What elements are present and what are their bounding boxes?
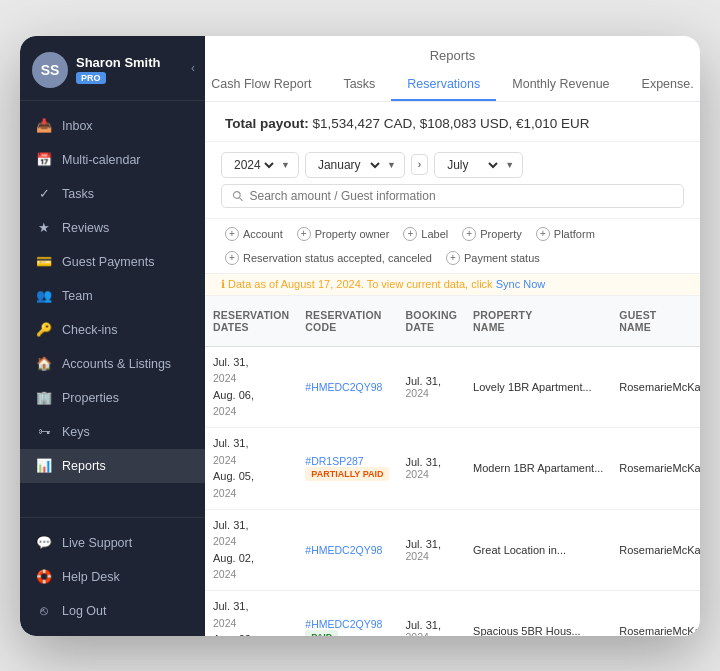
sidebar-label-properties: Properties: [62, 391, 119, 405]
sidebar-item-tasks[interactable]: ✓ Tasks: [20, 177, 205, 211]
sidebar-label-log-out: Log Out: [62, 604, 106, 618]
user-profile[interactable]: SS Sharon Smith PRO ‹: [20, 36, 205, 101]
chip-label[interactable]: + Label: [399, 225, 452, 243]
month-to-filter[interactable]: July August ▼: [434, 152, 523, 178]
col-reservation-dates: RESERVATIONDATES: [205, 296, 297, 347]
total-payout: Total payout: $1,534,427 CAD, $108,083 U…: [205, 102, 700, 142]
avatar: SS: [32, 52, 68, 88]
cell-property: Spacious 5BR Hous...: [465, 591, 611, 636]
svg-line-1: [240, 197, 243, 200]
sidebar-label-check-ins: Check-ins: [62, 323, 118, 337]
table-row: Jul. 31, 2024 Aug. 02, 2024 #HMEDC2QY98P…: [205, 591, 700, 636]
prev-period-button[interactable]: ›: [411, 154, 428, 175]
tab-expenses[interactable]: Expense.: [626, 69, 700, 101]
sidebar-item-team[interactable]: 👥 Team: [20, 279, 205, 313]
cell-guest: RosemarieMcKay: [611, 509, 700, 591]
collapse-icon[interactable]: ‹: [191, 61, 195, 75]
month-to-select[interactable]: July August: [443, 157, 501, 173]
sidebar-item-properties[interactable]: 🏢 Properties: [20, 381, 205, 415]
chip-property[interactable]: + Property: [458, 225, 526, 243]
sidebar-item-check-ins[interactable]: 🔑 Check-ins: [20, 313, 205, 347]
cell-res-dates: Jul. 31, 2024 Aug. 02, 2024: [205, 591, 297, 636]
sidebar-item-reports[interactable]: 📊 Reports: [20, 449, 205, 483]
table-row: Jul. 31, 2024 Aug. 02, 2024 #HMEDC2QY98 …: [205, 509, 700, 591]
add-payment-status-icon: +: [446, 251, 460, 265]
table-body: Jul. 31, 2024 Aug. 06, 2024 #HMEDC2QY98 …: [205, 346, 700, 636]
tab-cash-flow[interactable]: Cash Flow Report: [205, 69, 327, 101]
sidebar-label-reports: Reports: [62, 459, 106, 473]
cell-booking-date: Jul. 31,2024: [397, 346, 465, 428]
month-from-select[interactable]: January February March April May June Ju…: [314, 157, 383, 173]
cell-property: Lovely 1BR Apartment...: [465, 346, 611, 428]
tab-tasks[interactable]: Tasks: [327, 69, 391, 101]
tab-monthly-revenue[interactable]: Monthly Revenue: [496, 69, 625, 101]
sidebar-label-live-support: Live Support: [62, 536, 132, 550]
checkins-icon: 🔑: [36, 322, 52, 338]
cell-booking-date: Jul. 31,2024: [397, 428, 465, 510]
filter-chips: + Account + Property owner + Label + Pro…: [205, 219, 700, 274]
reports-tabs: Cash Flow Report Tasks Reservations Mont…: [225, 69, 680, 101]
sidebar-label-inbox: Inbox: [62, 119, 93, 133]
chip-platform[interactable]: + Platform: [532, 225, 599, 243]
cell-guest: RosemarieMcKay: [611, 428, 700, 510]
total-payout-value: $1,534,427 CAD, $108,083 USD, €1,010 EUR: [313, 116, 590, 131]
data-note-text: Data as of August 17, 2024. To view curr…: [228, 278, 493, 290]
tab-reservations[interactable]: Reservations: [391, 69, 496, 101]
cell-res-code: #HMEDC2QY98: [297, 509, 397, 591]
sidebar-item-log-out[interactable]: ⎋ Log Out: [20, 594, 205, 628]
month-from-filter[interactable]: January February March April May June Ju…: [305, 152, 405, 178]
sidebar-item-help-desk[interactable]: 🛟 Help Desk: [20, 560, 205, 594]
chip-property-owner-label: Property owner: [315, 228, 390, 240]
sidebar-label-guest-payments: Guest Payments: [62, 255, 154, 269]
chip-reservation-status-label: Reservation status accepted, canceled: [243, 252, 432, 264]
cell-property: Great Location in...: [465, 509, 611, 591]
cell-res-code: #HMEDC2QY98: [297, 346, 397, 428]
user-badge: PRO: [76, 72, 106, 84]
sidebar-bottom: 💬 Live Support 🛟 Help Desk ⎋ Log Out: [20, 517, 205, 636]
cell-property: Modern 1BR Apartament...: [465, 428, 611, 510]
reservations-table: RESERVATIONDATES RESERVATIONCODE BOOKING…: [205, 296, 700, 636]
col-property-name: PROPERTYNAME: [465, 296, 611, 347]
col-reservation-code: RESERVATIONCODE: [297, 296, 397, 347]
chip-account[interactable]: + Account: [221, 225, 287, 243]
sidebar-item-multi-calendar[interactable]: 📅 Multi-calendar: [20, 143, 205, 177]
sidebar-label-accounts-listings: Accounts & Listings: [62, 357, 171, 371]
inbox-icon: 📥: [36, 118, 52, 134]
user-info: Sharon Smith PRO: [76, 55, 193, 84]
properties-icon: 🏢: [36, 390, 52, 406]
search-input[interactable]: [250, 189, 673, 203]
sidebar-item-accounts-listings[interactable]: 🏠 Accounts & Listings: [20, 347, 205, 381]
sidebar-item-inbox[interactable]: 📥 Inbox: [20, 109, 205, 143]
chip-property-label: Property: [480, 228, 522, 240]
reviews-icon: ★: [36, 220, 52, 236]
logout-icon: ⎋: [36, 603, 52, 619]
search-box[interactable]: [221, 184, 684, 208]
chip-platform-label: Platform: [554, 228, 595, 240]
chip-account-label: Account: [243, 228, 283, 240]
col-booking-date: BOOKINGDATE: [397, 296, 465, 347]
add-property-icon: +: [462, 227, 476, 241]
cell-booking-date: Jul. 31,2024: [397, 509, 465, 591]
sidebar-item-live-support[interactable]: 💬 Live Support: [20, 526, 205, 560]
chip-reservation-status[interactable]: + Reservation status accepted, canceled: [221, 249, 436, 267]
chip-property-owner[interactable]: + Property owner: [293, 225, 394, 243]
chip-label-label: Label: [421, 228, 448, 240]
year-select[interactable]: 2024 2023: [230, 157, 277, 173]
sidebar-item-keys[interactable]: 🗝 Keys: [20, 415, 205, 449]
cell-res-dates: Jul. 31, 2024 Aug. 05, 2024: [205, 428, 297, 510]
content-area: Total payout: $1,534,427 CAD, $108,083 U…: [205, 102, 700, 636]
reports-icon: 📊: [36, 458, 52, 474]
year-filter[interactable]: 2024 2023 ▼: [221, 152, 299, 178]
keys-icon: 🗝: [36, 424, 52, 440]
sync-now-link[interactable]: Sync Now: [496, 278, 546, 290]
payments-icon: 💳: [36, 254, 52, 270]
col-guest-name: GUESTNAME: [611, 296, 700, 347]
sidebar-item-guest-payments[interactable]: 💳 Guest Payments: [20, 245, 205, 279]
sidebar-label-keys: Keys: [62, 425, 90, 439]
sidebar-label-multi-calendar: Multi-calendar: [62, 153, 141, 167]
live-support-icon: 💬: [36, 535, 52, 551]
chip-payment-status[interactable]: + Payment status: [442, 249, 544, 267]
main-content: Reports Cash Flow Report Tasks Reservati…: [205, 36, 700, 636]
add-account-icon: +: [225, 227, 239, 241]
sidebar-item-reviews[interactable]: ★ Reviews: [20, 211, 205, 245]
